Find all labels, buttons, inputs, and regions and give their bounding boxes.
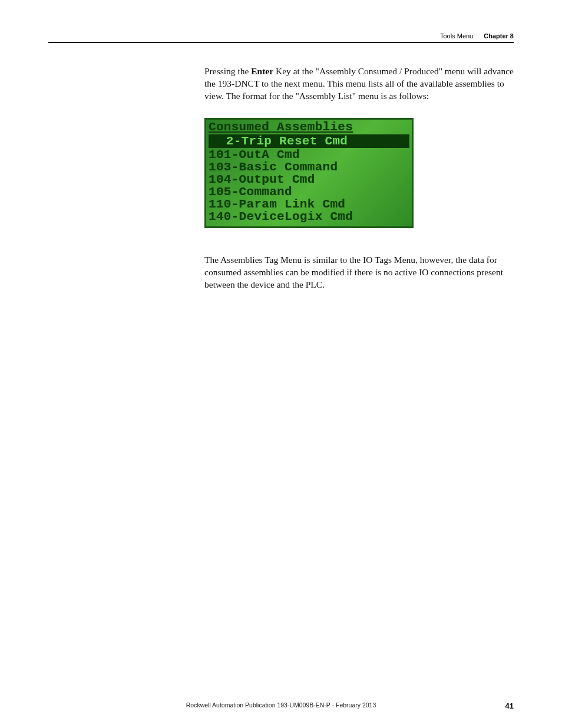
lcd-title: Consumed Assemblies [207, 121, 411, 134]
lcd-row: 103-Basic Command [207, 161, 411, 173]
p1-pre: Pressing the [204, 66, 251, 76]
footer-page-number: 41 [505, 701, 514, 710]
header-section-title: Tools Menu [440, 32, 473, 39]
p1-enter-key: Enter [251, 66, 273, 76]
lcd-row: 110-Param Link Cmd [207, 198, 411, 210]
page: Tools Menu Chapter 8 Pressing the Enter … [0, 0, 562, 728]
body-column: Pressing the Enter Key at the "Assembly … [204, 65, 514, 291]
lcd-row: 101-OutA Cmd [207, 149, 411, 161]
paragraph-1: Pressing the Enter Key at the "Assembly … [204, 65, 514, 103]
lcd-row: 140-DeviceLogix Cmd [207, 210, 411, 223]
running-header: Tools Menu Chapter 8 [48, 32, 514, 42]
lcd-selected-row: 2-Trip Reset Cmd [209, 134, 409, 148]
header-chapter-label: Chapter 8 [484, 32, 514, 39]
paragraph-2: The Assemblies Tag Menu is similar to th… [204, 254, 514, 291]
lcd-figure: Consumed Assemblies 2-Trip Reset Cmd 101… [104, 118, 514, 228]
page-footer: Rockwell Automation Publication 193-UM00… [48, 701, 514, 710]
lcd-row: 104-Output Cmd [207, 173, 411, 186]
header-rule [48, 42, 514, 43]
lcd-row: 105-Command [207, 186, 411, 198]
footer-publication: Rockwell Automation Publication 193-UM00… [48, 701, 514, 709]
lcd-screen: Consumed Assemblies 2-Trip Reset Cmd 101… [204, 118, 414, 228]
